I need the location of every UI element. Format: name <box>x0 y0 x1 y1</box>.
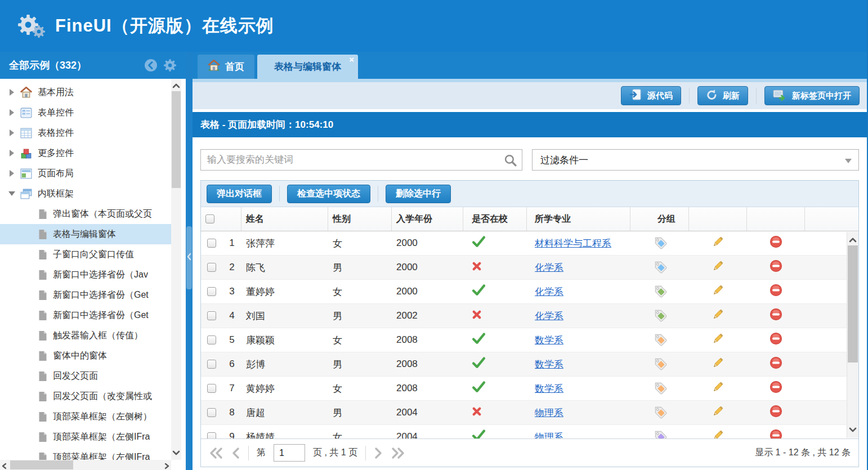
toolbar-button-source-code[interactable]: 源代码 <box>621 86 681 105</box>
sidebar-item[interactable]: 弹出窗体（本页面或父页 <box>0 204 171 224</box>
tree-expand-arrow-icon[interactable] <box>8 88 16 96</box>
column-header-year[interactable]: 入学年份 <box>392 207 463 231</box>
tag-icon[interactable] <box>652 380 667 397</box>
scrollbar-thumb[interactable] <box>10 460 73 469</box>
column-header-group[interactable]: 分组 <box>630 207 689 231</box>
sidebar-item[interactable]: 表格与编辑窗体 <box>0 224 171 244</box>
scroll-up-icon[interactable] <box>172 80 180 91</box>
edit-pencil-icon[interactable] <box>711 404 725 421</box>
tree-expand-arrow-icon[interactable] <box>8 129 16 137</box>
row-checkbox[interactable] <box>207 311 216 320</box>
tag-icon[interactable] <box>652 307 667 325</box>
major-link[interactable]: 数学系 <box>535 358 563 371</box>
tree-expand-arrow-icon[interactable] <box>8 169 16 177</box>
scroll-up-icon[interactable] <box>849 235 857 245</box>
sidebar-item[interactable]: 子窗口向父窗口传值 <box>0 244 171 265</box>
open-dialog-button[interactable]: 弹出对话框 <box>207 185 272 203</box>
major-link[interactable]: 物理系 <box>535 406 563 419</box>
delete-icon[interactable] <box>769 429 782 438</box>
sidebar-item[interactable]: 更多控件 <box>0 143 171 163</box>
edit-pencil-icon[interactable] <box>711 283 725 300</box>
sidebar-item[interactable]: 顶部菜单框架（左侧IFra <box>0 447 171 460</box>
delete-icon[interactable] <box>769 259 782 275</box>
pagination-next-button[interactable] <box>374 447 383 459</box>
pagination-page-input[interactable] <box>274 444 305 462</box>
tree-expand-arrow-icon[interactable] <box>8 149 16 157</box>
delete-selected-button[interactable]: 删除选中行 <box>386 185 451 203</box>
filter-dropdown[interactable]: 过滤条件一 <box>532 149 859 171</box>
delete-icon[interactable] <box>769 381 782 396</box>
scroll-down-icon[interactable] <box>172 448 180 458</box>
row-checkbox[interactable] <box>207 335 216 344</box>
grid-vertical-scrollbar[interactable] <box>847 232 858 438</box>
tag-icon[interactable] <box>652 428 667 439</box>
splitter-handle[interactable] <box>186 226 192 289</box>
toolbar-button-refresh[interactable]: 刷新 <box>697 86 748 105</box>
pagination-prev-button[interactable] <box>231 447 240 459</box>
row-checkbox[interactable] <box>207 360 216 369</box>
column-header-gender[interactable]: 性别 <box>328 207 392 231</box>
edit-pencil-icon[interactable] <box>711 259 725 276</box>
row-checkbox[interactable] <box>207 384 216 393</box>
sidebar-item[interactable]: 窗体中的窗体 <box>0 346 171 366</box>
sidebar-item[interactable]: 新窗口中选择省份（Get <box>0 285 171 305</box>
sidebar-item[interactable]: 顶部菜单框架（左侧IFra <box>0 427 171 447</box>
edit-pencil-icon[interactable] <box>711 380 725 397</box>
pagination-first-button[interactable] <box>209 447 223 459</box>
tag-icon[interactable] <box>652 404 667 422</box>
major-link[interactable]: 数学系 <box>535 334 563 347</box>
tag-icon[interactable] <box>652 283 667 301</box>
tag-icon[interactable] <box>652 235 667 252</box>
sidebar-item[interactable]: 表单控件 <box>0 102 171 123</box>
major-link[interactable]: 化学系 <box>535 261 563 274</box>
row-checkbox[interactable] <box>207 408 216 417</box>
edit-pencil-icon[interactable] <box>711 307 725 324</box>
sidebar-item[interactable]: 回发父页面（改变属性或 <box>0 386 171 406</box>
delete-icon[interactable] <box>769 405 782 420</box>
tab-close-icon[interactable]: × <box>349 55 354 64</box>
tree-expand-arrow-icon[interactable] <box>8 109 16 117</box>
major-link[interactable]: 化学系 <box>535 285 563 298</box>
column-header-name[interactable]: 姓名 <box>241 207 328 231</box>
sidebar-item[interactable]: 内联框架 <box>0 183 171 204</box>
select-all-checkbox[interactable] <box>205 214 214 223</box>
row-checkbox[interactable] <box>207 239 216 248</box>
sidebar-item[interactable]: 新窗口中选择省份（Get <box>0 305 171 325</box>
pagination-last-button[interactable] <box>391 447 405 459</box>
check-selected-button[interactable]: 检查选中项状态 <box>287 185 370 203</box>
delete-icon[interactable] <box>769 284 782 299</box>
tab-home[interactable]: 首页 <box>198 55 254 79</box>
edit-pencil-icon[interactable] <box>711 235 725 252</box>
sidebar-collapse-icon[interactable] <box>144 59 158 72</box>
row-checkbox[interactable] <box>207 287 216 296</box>
scroll-left-icon[interactable] <box>1 462 7 470</box>
scroll-down-icon[interactable] <box>849 425 857 435</box>
sidebar-item[interactable]: 新窗口中选择省份（Jav <box>0 265 171 285</box>
search-icon[interactable] <box>504 154 517 169</box>
delete-icon[interactable] <box>769 235 782 251</box>
tag-icon[interactable] <box>652 356 667 373</box>
major-link[interactable]: 材料科学与工程系 <box>535 237 611 250</box>
delete-icon[interactable] <box>769 356 782 372</box>
tag-icon[interactable] <box>652 259 667 276</box>
sidebar-item[interactable]: 表格控件 <box>0 123 171 143</box>
scroll-right-icon[interactable] <box>164 462 170 470</box>
delete-icon[interactable] <box>769 332 782 348</box>
major-link[interactable]: 数学系 <box>535 382 563 395</box>
sidebar-vertical-scrollbar[interactable] <box>171 79 181 460</box>
tab-table-edit-window[interactable]: 表格与编辑窗体 × <box>257 55 358 79</box>
sidebar-horizontal-scrollbar[interactable] <box>0 460 171 470</box>
sidebar-item[interactable]: 顶部菜单框架（左侧树） <box>0 406 171 427</box>
search-input[interactable] <box>200 149 522 171</box>
major-link[interactable]: 化学系 <box>535 310 563 323</box>
row-checkbox[interactable] <box>207 263 216 272</box>
sidebar-item[interactable]: 触发器输入框（传值） <box>0 325 171 346</box>
column-header-enrolled[interactable]: 是否在校 <box>463 207 527 231</box>
column-header-major[interactable]: 所学专业 <box>527 207 630 231</box>
edit-pencil-icon[interactable] <box>711 332 725 348</box>
sidebar-item[interactable]: 回发父页面 <box>0 366 171 386</box>
tree-collapse-arrow-icon[interactable] <box>8 190 16 198</box>
scrollbar-thumb[interactable] <box>848 245 858 362</box>
tag-icon[interactable] <box>652 332 667 349</box>
edit-pencil-icon[interactable] <box>711 428 725 438</box>
